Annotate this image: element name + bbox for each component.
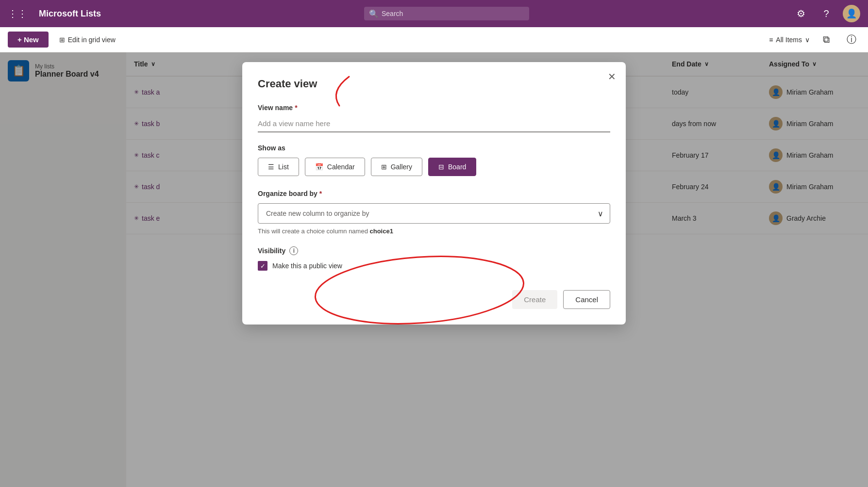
cancel-button[interactable]: Cancel (563, 290, 610, 309)
view-name-input[interactable] (258, 115, 610, 132)
all-items-button[interactable]: ≡ All Items ∨ (769, 36, 810, 44)
view-list-button[interactable]: ☰ List (258, 158, 299, 176)
view-gallery-button[interactable]: ⊞ Gallery (371, 158, 422, 176)
organize-hint: This will create a choice column named c… (258, 227, 610, 235)
create-button[interactable]: Create (512, 290, 557, 309)
view-board-button[interactable]: ⊟ Board (428, 158, 476, 176)
chevron-down-icon: ∨ (805, 36, 810, 44)
public-view-checkbox[interactable]: ✓ (258, 261, 267, 271)
grid-view-icon: ⊞ (59, 36, 65, 44)
view-calendar-button[interactable]: 📅 Calendar (305, 158, 365, 176)
topbar-right: ⚙ ? 👤 (792, 5, 860, 22)
visibility-section: Visibility i ✓ Make this a public view (258, 246, 610, 271)
modal-title: Create view (258, 78, 610, 90)
create-view-modal: Create view ✕ View name * Show as ☰ List… (242, 62, 626, 325)
modal-close-button[interactable]: ✕ (608, 72, 616, 81)
actionbar: + New ⊞ Edit in grid view ≡ All Items ∨ … (0, 27, 868, 52)
app-title: Microsoft Lists (39, 9, 101, 19)
actionbar-right: ≡ All Items ∨ ⧉ ⓘ (769, 31, 860, 49)
modal-footer: Create Cancel (258, 284, 610, 309)
gallery-view-icon: ⊞ (381, 163, 387, 171)
public-view-label: Make this a public view (272, 262, 342, 270)
search-wrapper: 🔍 (364, 7, 529, 20)
search-input[interactable] (364, 7, 529, 20)
new-button[interactable]: + New (8, 32, 49, 48)
settings-button[interactable]: ⚙ (792, 5, 810, 22)
calendar-view-icon: 📅 (315, 163, 323, 171)
topbar: ⋮⋮ Microsoft Lists 🔍 ⚙ ? 👤 (0, 0, 868, 27)
filter-button[interactable]: ⧉ (818, 31, 835, 49)
grid-icon: ⋮⋮ (8, 8, 27, 19)
organize-select[interactable]: Create new column to organize by (258, 203, 610, 224)
show-as-label: Show as (258, 144, 610, 152)
list-icon: ≡ (769, 36, 773, 44)
info-button[interactable]: ⓘ (843, 31, 860, 49)
visibility-label: Visibility i (258, 246, 610, 255)
avatar[interactable]: 👤 (843, 5, 860, 22)
view-name-label: View name * (258, 104, 610, 112)
board-view-icon: ⊟ (438, 163, 444, 171)
help-button[interactable]: ? (818, 5, 835, 22)
public-view-checkbox-row: ✓ Make this a public view (258, 261, 610, 271)
main-area: 📋 My lists Planner Board v4 Title ∨ End … (0, 52, 868, 487)
modal-overlay: Create view ✕ View name * Show as ☰ List… (0, 52, 868, 487)
edit-grid-button[interactable]: ⊞ Edit in grid view (54, 33, 120, 47)
organize-select-wrapper: Create new column to organize by ∨ (258, 203, 610, 224)
view-options: ☰ List 📅 Calendar ⊞ Gallery ⊟ Board (258, 158, 610, 176)
visibility-info-icon[interactable]: i (289, 246, 298, 255)
organize-label: Organize board by * (258, 190, 610, 197)
list-view-icon: ☰ (268, 163, 274, 171)
